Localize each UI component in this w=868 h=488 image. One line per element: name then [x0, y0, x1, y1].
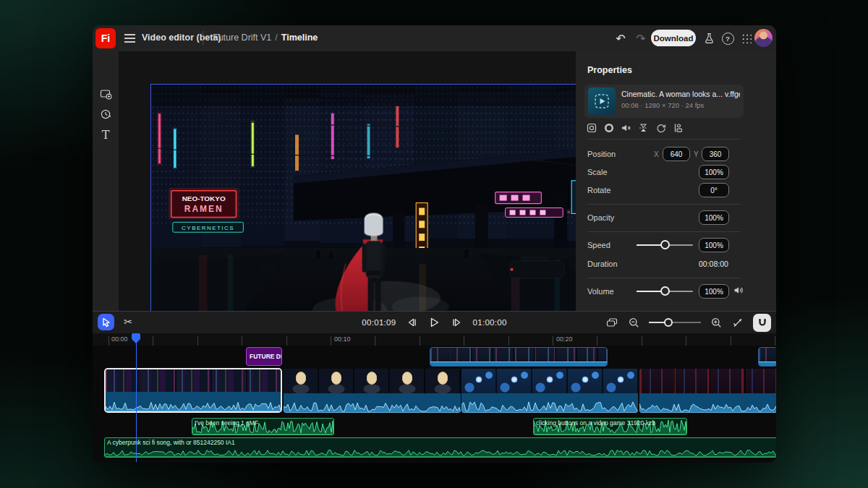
download-button[interactable]: Download — [651, 30, 696, 46]
frame-back-icon[interactable] — [406, 316, 419, 329]
mask-icon[interactable] — [603, 122, 614, 133]
text-clip-future-drift[interactable]: FUTURE DRI — [246, 347, 282, 366]
volume-label: Volume — [587, 287, 614, 296]
app-window: Fi Video editor (beta) Future Drift V1/T… — [93, 25, 776, 463]
audio-clip-1[interactable]: I've been seeing 1 gMF — [192, 418, 334, 435]
desktop-background: Fi Video editor (beta) Future Drift V1/T… — [0, 0, 868, 488]
align-icon[interactable] — [673, 122, 684, 133]
video-clip-1-waveform — [106, 392, 281, 411]
overlay-video-clip-2[interactable] — [758, 347, 776, 367]
y-axis-label: Y — [694, 150, 699, 158]
total-timecode: 01:00:00 — [473, 318, 507, 327]
preview-stage: NEO-TOKYO RAMEN CYBERNETICS — [119, 51, 576, 311]
fit-timeline-icon[interactable] — [605, 316, 618, 329]
clip-meta: 00:08 · 1280 × 720 · 24 fps — [621, 101, 704, 109]
zoom-out-icon[interactable] — [627, 316, 640, 329]
timeline-zoom-slider[interactable] — [649, 317, 701, 328]
timeline-zoom-controls — [605, 312, 771, 333]
frame-forward-icon[interactable] — [451, 316, 464, 329]
video-clip-1-selected[interactable] — [104, 368, 282, 413]
audio-clip-2[interactable]: clicking buttons on a video game 31920 k… — [533, 418, 687, 435]
trim-playhead-icon[interactable] — [731, 316, 744, 329]
volume-slider-knob[interactable] — [660, 286, 670, 296]
properties-heading: Properties — [587, 65, 632, 75]
user-avatar[interactable] — [754, 29, 773, 47]
svg-text:CYBERNETICS: CYBERNETICS — [182, 225, 234, 231]
timeline-tracks: FUTURE DRI — [93, 346, 776, 463]
music-clip-label: A cyberpunk sci fi song, with or 8512422… — [107, 439, 775, 446]
audio-clip-2-label: clicking buttons on a video game 31920 k… — [536, 419, 685, 427]
video-clip-3-thumbnails — [461, 369, 638, 393]
playhead-line[interactable] — [136, 333, 137, 462]
divider — [587, 139, 741, 140]
duration-label: Duration — [587, 260, 618, 268]
ruler-label-20: 00:20 — [556, 335, 573, 343]
speed-slider[interactable] — [637, 238, 693, 252]
x-axis-label: X — [654, 150, 659, 158]
rotate-input[interactable]: 0° — [699, 183, 729, 197]
flip-vertical-icon[interactable] — [638, 122, 649, 133]
left-toolbar: T — [93, 51, 119, 311]
speaker-icon[interactable] — [733, 286, 744, 295]
add-media-icon[interactable] — [98, 86, 114, 102]
hamburger-menu-icon[interactable] — [124, 34, 135, 35]
divider — [587, 278, 741, 278]
audio-clip-1-label: I've been seeing 1 gMF — [195, 419, 332, 427]
video-clip-3[interactable] — [461, 369, 638, 413]
timeline-ruler[interactable]: 00:00 00:10 00:20 — [93, 333, 776, 346]
scale-input[interactable]: 100% — [699, 165, 729, 179]
ramen-sign: NEO-TOKYO RAMEN — [169, 188, 239, 220]
breadcrumb: Future Drift V1/Timeline — [213, 33, 318, 43]
beta-flask-icon[interactable] — [702, 31, 716, 46]
apps-grid-icon[interactable] — [739, 31, 754, 46]
zoom-in-icon[interactable] — [710, 316, 723, 329]
speed-input[interactable]: 100% — [699, 238, 729, 252]
firefly-logo[interactable]: Fi — [95, 28, 116, 48]
clip-title: Cinematic. A woman looks a... v.ffgenvid — [621, 90, 740, 98]
top-bar: Fi Video editor (beta) Future Drift V1/T… — [93, 25, 776, 52]
position-x-input[interactable]: 640 — [663, 147, 690, 161]
music-clip[interactable]: A cyberpunk sci fi song, with or 8512422… — [104, 437, 776, 458]
video-clip-4-waveform — [639, 393, 776, 413]
audio-mute-icon[interactable] — [621, 122, 631, 133]
volume-input[interactable]: 100% — [699, 284, 729, 299]
svg-text:NEO-TOKYO: NEO-TOKYO — [182, 194, 226, 202]
scale-label: Scale — [587, 168, 608, 176]
selected-clip-card[interactable]: Cinematic. A woman looks a... v.ffgenvid… — [584, 85, 744, 118]
cybernetics-sign: CYBERNETICS — [173, 222, 244, 232]
duration-value: 00:08:00 — [699, 260, 728, 268]
breadcrumb-page: Timeline — [281, 33, 318, 43]
speed-slider-knob[interactable] — [660, 240, 670, 249]
snap-magnet-button[interactable] — [753, 314, 771, 332]
position-y-input[interactable]: 360 — [702, 147, 729, 161]
ruler-ticks — [93, 336, 776, 346]
redo-icon[interactable]: ↷ — [634, 31, 648, 46]
video-clip-4[interactable] — [639, 369, 776, 413]
clip-thumbnail — [588, 87, 616, 115]
current-timecode: 00:01:09 — [362, 318, 396, 327]
rotate-label: Rotate — [587, 186, 610, 194]
cyberpunk-scene: NEO-TOKYO RAMEN CYBERNETICS — [151, 85, 596, 332]
breadcrumb-project[interactable]: Future Drift V1 — [213, 33, 271, 43]
video-clip-2[interactable] — [284, 369, 461, 413]
svg-text:RAMEN: RAMEN — [184, 204, 224, 214]
opacity-input[interactable]: 100% — [699, 210, 729, 225]
frame-icon[interactable] — [586, 122, 597, 133]
help-icon[interactable]: ? — [720, 31, 735, 46]
volume-slider[interactable] — [637, 284, 693, 298]
text-tool-icon[interactable]: T — [98, 127, 114, 142]
divider — [587, 204, 741, 205]
video-clip-2-waveform — [284, 393, 461, 413]
zoom-slider-knob[interactable] — [664, 318, 673, 327]
preview-canvas[interactable]: NEO-TOKYO RAMEN CYBERNETICS — [150, 84, 597, 333]
rotate-icon[interactable] — [655, 122, 666, 133]
overlay-video-clip[interactable] — [430, 347, 608, 367]
history-clock-icon[interactable] — [98, 106, 114, 122]
undo-icon[interactable]: ↶ — [613, 31, 628, 46]
play-button[interactable] — [428, 316, 441, 329]
divider — [587, 231, 741, 232]
overlay-clip-audio-bar — [430, 361, 607, 366]
ruler-label-10: 00:10 — [334, 335, 351, 343]
video-clip-1-thumbnails — [106, 369, 281, 394]
opacity-label: Opacity — [587, 213, 614, 222]
